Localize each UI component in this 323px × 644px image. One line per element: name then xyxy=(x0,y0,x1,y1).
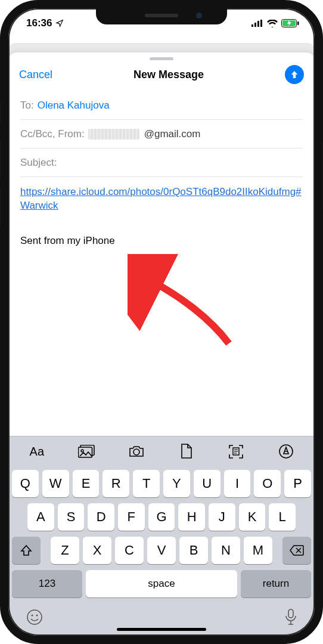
key-b[interactable]: B xyxy=(179,537,208,564)
key-a[interactable]: A xyxy=(27,503,54,531)
svg-point-10 xyxy=(133,449,139,455)
phone-notch xyxy=(96,8,227,24)
emoji-button[interactable] xyxy=(26,609,43,628)
to-label: To: xyxy=(20,100,34,112)
mic-icon xyxy=(285,609,297,626)
key-g[interactable]: G xyxy=(148,503,175,531)
svg-rect-6 xyxy=(297,21,299,25)
svg-rect-0 xyxy=(251,24,253,27)
document-icon xyxy=(180,444,193,459)
home-indicator[interactable] xyxy=(117,628,206,631)
format-button[interactable]: Aa xyxy=(21,445,52,459)
key-z[interactable]: Z xyxy=(51,537,79,564)
key-y[interactable]: Y xyxy=(163,470,190,497)
sheet-title: New Message xyxy=(133,69,204,81)
markup-button[interactable] xyxy=(271,444,302,459)
scan-icon xyxy=(228,444,244,459)
cancel-button[interactable]: Cancel xyxy=(19,69,52,81)
ccbcc-label: Cc/Bcc, From: xyxy=(20,128,85,140)
scan-button[interactable] xyxy=(220,444,251,459)
key-x[interactable]: X xyxy=(83,537,111,564)
key-f[interactable]: F xyxy=(118,503,145,531)
send-button[interactable] xyxy=(285,65,304,84)
key-c[interactable]: C xyxy=(115,537,144,564)
shift-icon xyxy=(20,544,32,556)
phone-volume-down xyxy=(0,188,1,227)
dictation-button[interactable] xyxy=(285,609,297,628)
key-r[interactable]: R xyxy=(103,470,129,497)
arrow-up-icon xyxy=(289,69,300,80)
location-icon xyxy=(55,19,64,27)
key-q[interactable]: Q xyxy=(12,470,39,497)
space-key[interactable]: space xyxy=(86,570,237,597)
keyboard-toolbar: Aa xyxy=(8,436,315,466)
battery-charging-icon xyxy=(281,19,299,27)
key-i[interactable]: I xyxy=(224,470,251,497)
photos-button[interactable] xyxy=(71,445,102,458)
subject-field[interactable]: Subject: xyxy=(20,148,303,177)
shift-key[interactable] xyxy=(12,537,41,564)
cell-signal-icon xyxy=(251,20,263,27)
key-u[interactable]: U xyxy=(194,470,220,497)
delete-key[interactable] xyxy=(282,537,311,564)
key-v[interactable]: V xyxy=(147,537,176,564)
signature-text: Sent from my iPhone xyxy=(20,234,303,248)
photos-icon xyxy=(78,445,95,458)
wifi-icon xyxy=(267,20,278,27)
return-key[interactable]: return xyxy=(241,570,311,597)
key-e[interactable]: E xyxy=(73,470,100,497)
key-p[interactable]: P xyxy=(284,470,311,497)
annotation-arrow xyxy=(128,254,247,361)
key-h[interactable]: H xyxy=(178,503,205,531)
numbers-key[interactable]: 123 xyxy=(12,570,82,597)
subject-label: Subject: xyxy=(20,157,57,169)
delete-icon xyxy=(290,545,304,556)
screen: 16:36 Cancel New Message To: Olena Kahuj… xyxy=(8,8,315,636)
ccbcc-from-field[interactable]: Cc/Bcc, From: @gmail.com xyxy=(20,120,303,148)
phone-mute-switch xyxy=(0,101,1,125)
svg-point-15 xyxy=(36,615,38,617)
key-s[interactable]: S xyxy=(58,503,85,531)
svg-rect-2 xyxy=(257,21,259,27)
key-d[interactable]: D xyxy=(88,503,114,531)
key-m[interactable]: M xyxy=(244,537,272,564)
key-w[interactable]: W xyxy=(42,470,69,497)
phone-volume-up xyxy=(0,140,1,179)
svg-rect-16 xyxy=(288,609,293,618)
to-value: Olena Kahujova xyxy=(38,100,110,112)
svg-point-14 xyxy=(32,615,33,617)
svg-point-13 xyxy=(27,610,42,624)
camera-icon xyxy=(128,445,145,458)
svg-rect-3 xyxy=(260,20,262,27)
attach-file-button[interactable] xyxy=(171,444,202,459)
from-domain: @gmail.com xyxy=(144,128,201,140)
keyboard: Aa QWERTYUIOP ASDFGHJKL xyxy=(8,436,315,636)
key-o[interactable]: O xyxy=(254,470,281,497)
to-field[interactable]: To: Olena Kahujova xyxy=(20,91,303,120)
markup-icon xyxy=(278,444,294,459)
icloud-link[interactable]: https://share.icloud.com/photos/0rQoSTt6… xyxy=(20,186,302,211)
key-k[interactable]: K xyxy=(239,503,266,531)
compose-sheet: Cancel New Message To: Olena Kahujova Cc… xyxy=(8,52,315,636)
key-t[interactable]: T xyxy=(133,470,160,497)
clock: 16:36 xyxy=(26,17,52,29)
key-l[interactable]: L xyxy=(269,503,296,531)
svg-rect-1 xyxy=(254,23,256,27)
from-redacted xyxy=(88,129,139,140)
key-n[interactable]: N xyxy=(212,537,240,564)
camera-button[interactable] xyxy=(121,445,152,458)
emoji-icon xyxy=(26,609,43,626)
key-j[interactable]: J xyxy=(209,503,235,531)
message-body[interactable]: https://share.icloud.com/photos/0rQoSTt6… xyxy=(8,177,315,248)
